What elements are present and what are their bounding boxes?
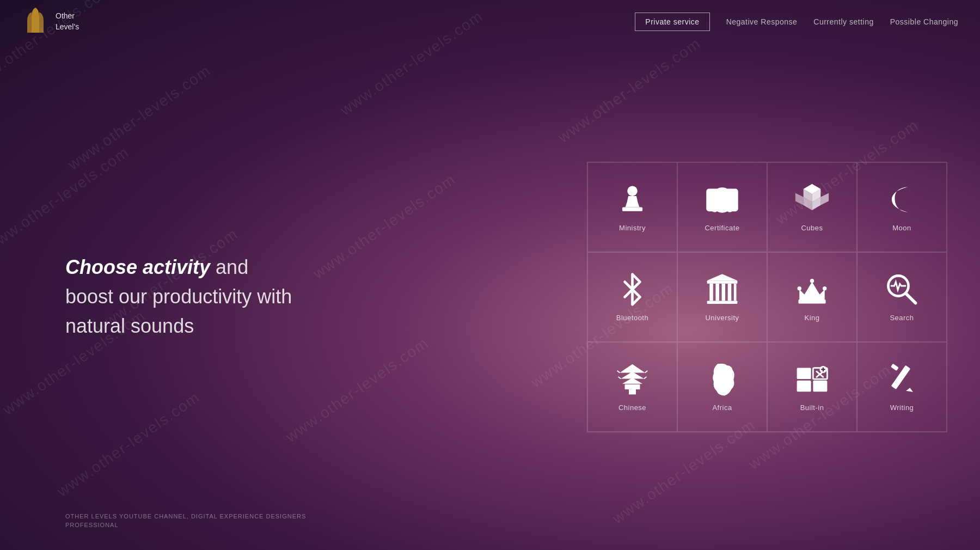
logo: Other Level's xyxy=(22,5,79,38)
king-icon xyxy=(794,272,830,307)
chinese-label: Chinese xyxy=(618,404,646,412)
svg-line-38 xyxy=(617,371,620,373)
svg-rect-21 xyxy=(715,284,719,301)
bluetooth-label: Bluetooth xyxy=(616,314,648,322)
headline-emphasis: Choose activity xyxy=(65,256,210,278)
svg-rect-27 xyxy=(798,300,825,303)
svg-line-32 xyxy=(906,294,916,303)
cubes-icon xyxy=(794,182,830,217)
icon-grid: Ministry xyxy=(587,162,947,432)
svg-rect-19 xyxy=(707,280,738,284)
certificate-label: Certificate xyxy=(705,224,739,232)
nav-negative-response[interactable]: Negative Response xyxy=(726,17,798,26)
svg-rect-22 xyxy=(722,284,726,301)
ministry-label: Ministry xyxy=(619,224,646,232)
svg-rect-24 xyxy=(734,284,737,301)
svg-point-26 xyxy=(720,276,725,280)
svg-marker-17 xyxy=(820,193,829,205)
svg-point-6 xyxy=(726,205,733,212)
footer: OTHER LEVELS YOUTUBE CHANNEL, DIGITAL EX… xyxy=(65,513,306,528)
builtin-icon xyxy=(794,362,830,397)
writing-icon xyxy=(884,362,920,397)
left-panel: Choose activity and boost our productivi… xyxy=(0,253,327,341)
svg-line-40 xyxy=(618,377,621,379)
certificate-icon xyxy=(705,182,740,217)
ministry-icon xyxy=(615,182,650,217)
svg-marker-14 xyxy=(795,193,804,205)
footer-line2: PROFESSIONAL xyxy=(65,522,306,528)
nav-possible-changing[interactable]: Possible Changing xyxy=(890,17,958,26)
cell-moon[interactable]: Moon xyxy=(857,162,947,252)
svg-rect-20 xyxy=(709,284,713,301)
university-label: University xyxy=(705,314,739,322)
svg-rect-34 xyxy=(625,384,640,389)
grid-panel: Ministry xyxy=(327,162,980,432)
cell-chinese[interactable]: Chinese xyxy=(587,342,677,432)
svg-marker-36 xyxy=(621,372,644,379)
svg-point-7 xyxy=(717,187,727,191)
cubes-label: Cubes xyxy=(801,224,823,232)
svg-line-39 xyxy=(645,371,648,373)
writing-label: Writing xyxy=(890,404,914,412)
nav: Private service Negative Response Curren… xyxy=(635,13,958,31)
headline: Choose activity and boost our productivi… xyxy=(65,253,294,341)
cell-writing[interactable]: Writing xyxy=(857,342,947,432)
svg-rect-42 xyxy=(797,381,811,392)
svg-rect-18 xyxy=(707,301,738,304)
search-icon xyxy=(884,272,920,307)
africa-icon xyxy=(705,362,740,397)
cell-cubes[interactable]: Cubes xyxy=(767,162,857,252)
moon-label: Moon xyxy=(892,224,911,232)
svg-rect-1 xyxy=(622,207,642,211)
svg-rect-43 xyxy=(813,381,827,392)
cell-search[interactable]: Search xyxy=(857,252,947,342)
svg-point-0 xyxy=(627,186,638,196)
chinese-icon xyxy=(615,362,650,397)
university-icon xyxy=(705,272,740,307)
svg-point-5 xyxy=(711,205,718,212)
builtin-label: Built-in xyxy=(800,404,824,412)
cell-king[interactable]: King xyxy=(767,252,857,342)
svg-rect-53 xyxy=(891,364,899,371)
africa-label: Africa xyxy=(712,404,732,412)
nav-currently-setting[interactable]: Currently setting xyxy=(813,17,873,26)
header: Other Level's Private service Negative R… xyxy=(0,0,980,44)
bluetooth-icon xyxy=(615,272,650,307)
svg-point-30 xyxy=(823,286,826,290)
footer-line1: OTHER LEVELS YOUTUBE CHANNEL, DIGITAL EX… xyxy=(65,513,306,520)
svg-marker-35 xyxy=(620,364,645,373)
main-content: Choose activity and boost our productivi… xyxy=(0,44,980,550)
logo-icon xyxy=(22,5,49,38)
svg-line-41 xyxy=(644,377,647,379)
svg-point-28 xyxy=(798,286,801,290)
nav-private-service[interactable]: Private service xyxy=(635,13,709,31)
cell-builtin[interactable]: Built-in xyxy=(767,342,857,432)
svg-point-29 xyxy=(810,279,814,283)
svg-point-8 xyxy=(717,209,727,212)
cell-university[interactable]: University xyxy=(677,252,767,342)
cell-ministry[interactable]: Ministry xyxy=(587,162,677,252)
cell-bluetooth[interactable]: Bluetooth xyxy=(587,252,677,342)
logo-text: Other Level's xyxy=(56,11,79,32)
moon-icon xyxy=(884,182,920,217)
svg-rect-33 xyxy=(629,389,636,394)
svg-marker-52 xyxy=(906,388,913,392)
svg-rect-23 xyxy=(728,284,732,301)
search-label: Search xyxy=(890,314,914,322)
cell-africa[interactable]: Africa xyxy=(677,342,767,432)
svg-rect-44 xyxy=(797,368,811,379)
cell-certificate[interactable]: Certificate xyxy=(677,162,767,252)
king-label: King xyxy=(804,314,819,322)
